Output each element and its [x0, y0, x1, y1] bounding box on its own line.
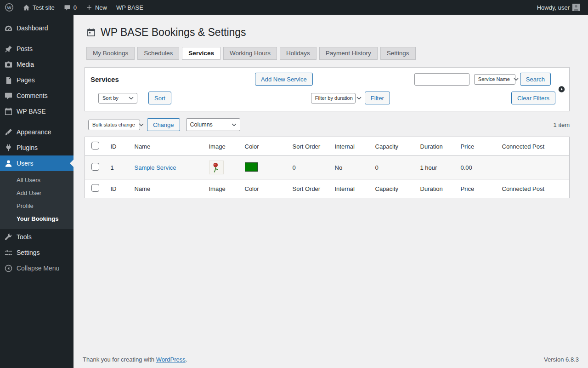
sidebar-item-appearance[interactable]: Appearance — [0, 124, 74, 140]
columns-select[interactable]: Columns — [186, 118, 240, 131]
sort-by-select[interactable]: Sort by — [98, 93, 137, 104]
col-footer-name: Name — [130, 179, 204, 198]
chevron-down-icon — [356, 97, 362, 100]
service-connected-post — [498, 156, 570, 179]
sidebar-item-comments[interactable]: Comments — [0, 88, 74, 104]
services-table: ID Name Image Color Sort Order Internal … — [85, 137, 570, 198]
comment-bubble-icon — [64, 4, 71, 11]
sort-button[interactable]: Sort — [148, 92, 171, 104]
filter-by-duration-select[interactable]: Filter by duration — [311, 93, 356, 104]
tab-schedules[interactable]: Schedules — [137, 47, 179, 60]
add-new-service-button[interactable]: Add New Service — [255, 73, 313, 86]
comments-admin-bar-link[interactable]: 0 — [59, 0, 81, 15]
submenu-item-profile[interactable]: Profile — [0, 200, 74, 213]
col-footer-price: Price — [456, 179, 498, 198]
col-footer-id: ID — [106, 179, 130, 198]
select-all-checkbox[interactable] — [91, 142, 99, 150]
page-title: WP BASE Bookings & Settings — [86, 26, 570, 39]
clear-filters-button[interactable]: Clear Filters — [511, 92, 555, 104]
admin-bar: W Test site 0 New WP BASE Howdy, user — [0, 0, 588, 15]
sidebar-item-settings[interactable]: Settings — [0, 245, 74, 260]
admin-bar-right: Howdy, user — [532, 0, 588, 15]
footer-version: Version 6.8.3 — [544, 356, 579, 363]
chevron-down-icon — [129, 97, 134, 100]
col-footer-capacity: Capacity — [371, 179, 416, 198]
sidebar-item-collapse-menu[interactable]: Collapse Menu — [0, 260, 74, 276]
sidebar-item-tools[interactable]: Tools — [0, 229, 74, 245]
howdy-label: Howdy, user — [537, 4, 570, 11]
bookings-page-icon — [86, 28, 96, 37]
sidebar-label-tools: Tools — [17, 233, 32, 241]
tab-services[interactable]: Services — [182, 47, 220, 60]
sidebar-item-users[interactable]: Users — [0, 155, 74, 171]
users-icon — [0, 159, 17, 168]
sidebar-label-wp-base: WP BASE — [17, 108, 46, 115]
page-title-text: WP BASE Bookings & Settings — [101, 26, 246, 39]
wp-base-admin-bar-label: WP BASE — [116, 4, 143, 11]
users-submenu: All Users Add User Profile Your Bookings — [0, 171, 74, 229]
chevron-down-icon — [232, 123, 237, 126]
sidebar-item-pages[interactable]: Pages — [0, 72, 74, 88]
columns-select-value: Columns — [190, 121, 213, 128]
service-name-link[interactable]: Sample Service — [135, 164, 176, 171]
row-checkbox[interactable] — [91, 163, 99, 171]
settings-icon — [0, 248, 17, 257]
tab-working-hours[interactable]: Working Hours — [223, 47, 277, 60]
dashboard-icon — [0, 24, 17, 33]
search-button[interactable]: Search — [520, 73, 551, 86]
brush-icon — [0, 128, 17, 137]
tab-settings[interactable]: Settings — [380, 47, 416, 60]
footer-thanks-prefix: Thank you for creating with — [83, 356, 156, 363]
sidebar-item-plugins[interactable]: Plugins — [0, 140, 74, 155]
sidebar-label-posts: Posts — [17, 45, 33, 52]
new-content-link[interactable]: New — [81, 0, 112, 15]
plus-icon — [86, 4, 92, 11]
wordpress-logo-icon: W — [5, 3, 14, 12]
site-name-link[interactable]: Test site — [18, 0, 59, 15]
filter-button[interactable]: Filter — [365, 92, 390, 104]
admin-sidebar: Dashboard Posts Media Pages Comments WP … — [0, 15, 74, 368]
sidebar-item-posts[interactable]: Posts — [0, 41, 74, 57]
wordpress-link[interactable]: WordPress — [156, 356, 186, 363]
services-panel: Services Add New Service Service Name Se… — [85, 67, 570, 111]
bulk-status-change-select[interactable]: Bulk status change — [88, 120, 140, 130]
tab-my-bookings[interactable]: My Bookings — [86, 47, 135, 60]
submenu-item-add-user[interactable]: Add User — [0, 187, 74, 200]
services-panel-row-1: Services Add New Service Service Name Se… — [90, 73, 564, 86]
sidebar-item-wp-base[interactable]: WP BASE — [0, 104, 74, 119]
sort-by-select-value: Sort by — [102, 95, 119, 101]
filter-by-duration-select-value: Filter by duration — [315, 95, 353, 101]
tab-bar: My Bookings Schedules Services Working H… — [86, 47, 570, 60]
sidebar-item-dashboard[interactable]: Dashboard — [0, 20, 74, 36]
col-header-capacity: Capacity — [371, 137, 416, 156]
sidebar-item-media[interactable]: Media — [0, 57, 74, 72]
bulk-status-change-select-value: Bulk status change — [92, 122, 135, 127]
panel-toggle-icon[interactable] — [558, 86, 565, 93]
col-footer-color: Color — [240, 179, 288, 198]
select-all-checkbox-bottom[interactable] — [91, 184, 99, 192]
bulk-actions-bar: Bulk status change Change Columns 1 item — [85, 118, 570, 131]
table-row: 1 Sample Service 0 No 0 1 hour 0.00 — [85, 156, 570, 179]
collapse-icon — [0, 264, 17, 273]
comments-count: 0 — [74, 4, 77, 11]
admin-footer: Thank you for creating with WordPress. V… — [83, 356, 579, 363]
col-footer-image: Image — [204, 179, 240, 198]
service-sort-order: 0 — [288, 156, 330, 179]
service-id: 1 — [106, 156, 130, 179]
search-input[interactable] — [414, 73, 469, 86]
search-field-select[interactable]: Service Name — [474, 74, 515, 85]
service-color-swatch — [245, 162, 258, 172]
sidebar-label-settings: Settings — [17, 249, 40, 256]
wordpress-logo-menu[interactable]: W — [0, 0, 18, 15]
submenu-item-all-users[interactable]: All Users — [0, 174, 74, 187]
tab-holidays[interactable]: Holidays — [280, 47, 317, 60]
submenu-item-your-bookings[interactable]: Your Bookings — [0, 213, 74, 225]
col-header-color: Color — [240, 137, 288, 156]
calendar-icon — [0, 107, 17, 116]
change-button[interactable]: Change — [147, 118, 180, 131]
panel-heading: Services — [90, 75, 255, 83]
tab-payment-history[interactable]: Payment History — [319, 47, 378, 60]
my-account-link[interactable]: Howdy, user — [532, 0, 584, 15]
col-footer-internal: Internal — [330, 179, 371, 198]
wp-base-admin-bar-link[interactable]: WP BASE — [112, 0, 148, 15]
